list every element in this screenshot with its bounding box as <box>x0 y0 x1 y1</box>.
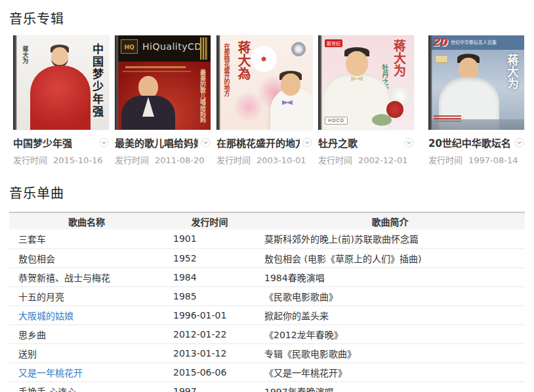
album-cover-art[interactable]: 世纪中华歌坛名人百集 20 蒋大为 <box>428 35 524 130</box>
hiqualitycd-label: HiQualityCD <box>142 41 202 52</box>
song-intro: 莫斯科郊外的晚上(前)苏联歌曲怀念篇 <box>255 229 525 248</box>
song-date: 1996-01-01 <box>164 305 255 324</box>
cover-person-face <box>281 73 300 96</box>
cover-red-jacket <box>30 66 91 130</box>
release-date-value: 2015-10-16 <box>53 155 103 165</box>
blossom-graphic <box>251 46 277 72</box>
song-date: 1997 <box>164 382 255 392</box>
release-date-value: 2002-12-01 <box>358 155 408 165</box>
album-cover-art[interactable]: HQ HiQualityCD 最美的歌儿唱给妈妈 <box>115 35 211 130</box>
gold-text-line <box>125 66 186 68</box>
release-date-label: 发行时间 <box>216 155 251 165</box>
column-header-release-date: 发行时间 <box>164 212 255 229</box>
album-title[interactable]: 中国梦少年强 <box>13 136 72 149</box>
song-intro: 《又是一年桃花开》 <box>255 363 525 382</box>
gold-sticker <box>435 55 448 63</box>
album-cover-art[interactable]: 蒋大为 中国梦少年强 <box>13 35 109 130</box>
record-label-logo: 新世纪 <box>325 39 342 47</box>
album-title[interactable]: 在那桃花盛开的地方 <box>216 136 300 149</box>
song-intro: 1984春晚演唱 <box>255 267 525 286</box>
hdcd-logo: HDCD <box>325 117 348 125</box>
album-title[interactable]: 最美的歌儿唱给妈妈 <box>115 136 198 149</box>
album-title[interactable]: 牡丹之歌 <box>318 136 358 149</box>
albums-section-title: 音乐专辑 <box>9 9 525 28</box>
song-link[interactable]: 大阪城的姑娘 <box>18 311 73 321</box>
cover-side-title: 最美的歌儿唱给妈妈 <box>199 69 205 123</box>
cd-case-spine <box>428 35 432 130</box>
song-date: 1984 <box>164 267 255 286</box>
table-row: 手挽手 心连心 1997 1997年春晚演唱 <box>9 382 525 392</box>
album-card: 在那桃花盛开的地方 蒋大為 在那桃花盛开的地方 发行时间2003-10-01 <box>216 35 312 166</box>
gold-stripes <box>200 37 208 60</box>
song-name: 送别 <box>9 343 164 363</box>
cover-person-face <box>459 58 478 80</box>
release-date-label: 发行时间 <box>428 155 462 165</box>
chevron-down-icon[interactable] <box>302 138 312 147</box>
release-date-value: 1997-08-14 <box>468 155 518 165</box>
release-date-label: 发行时间 <box>115 155 149 165</box>
table-row: 送别 2013-01-12 专辑《民歌电影歌曲》 <box>9 343 525 363</box>
cover-side-title: 在那桃花盛开的地方 <box>223 43 229 96</box>
peony-graphic <box>386 101 403 118</box>
song-name: 敖包相会 <box>9 248 164 267</box>
album-release: 发行时间1997-08-14 <box>428 153 524 166</box>
table-row: 十五的月亮 1985 《民歌电影歌曲》 <box>9 286 525 305</box>
song-date: 2013-01-12 <box>164 343 255 363</box>
table-row: 敖包相会 1952 敖包相会 (电影《草原上的人们》插曲) <box>9 248 525 267</box>
red-text-lines <box>434 115 461 117</box>
album-release: 发行时间2011-08-20 <box>115 153 211 166</box>
chevron-down-icon[interactable] <box>514 138 524 147</box>
album-card: 蒋大为 中国梦少年强 中国梦少年强 发行时间2015-10-16 <box>13 35 109 166</box>
page: 音乐专辑 蒋大为 中国梦少年强 中国梦少年强 发行时间2015-10-16 <box>0 0 534 392</box>
release-date-label: 发行时间 <box>13 155 47 165</box>
singles-section-title: 音乐单曲 <box>9 183 525 202</box>
song-intro: 《2012龙年春晚》 <box>255 324 525 343</box>
twenty-logo: 20 <box>432 36 447 49</box>
chevron-down-icon[interactable] <box>99 138 109 147</box>
cd-badge-icon <box>291 42 306 56</box>
singles-table: 歌曲名称 发行时间 歌曲简介 三套车 1901 莫斯科郊外的晚上(前)苏联歌曲怀… <box>9 212 525 392</box>
song-date: 2015-06-06 <box>164 363 255 382</box>
album-cover-art[interactable]: 新世纪 蒋大为 牡丹之歌 HDCD <box>318 35 414 130</box>
table-row: 又是一年桃花开 2015-06-06 《又是一年桃花开》 <box>9 363 525 382</box>
table-row: 恭贺新禧、战士与梅花 1984 1984春晚演唱 <box>9 267 525 286</box>
hq-logo: HQ <box>121 39 138 54</box>
song-name: 思乡曲 <box>9 324 164 343</box>
album-cover-art[interactable]: 在那桃花盛开的地方 蒋大為 <box>216 35 312 130</box>
album-release: 发行时间2015-10-16 <box>13 153 109 166</box>
cover-person-face <box>51 47 68 67</box>
album-title[interactable]: 20世纪中华歌坛名... <box>428 136 512 149</box>
song-name: 恭贺新禧、战士与梅花 <box>9 267 164 286</box>
song-name: 三套车 <box>9 229 164 248</box>
chevron-down-icon[interactable] <box>404 138 414 147</box>
song-date: 1952 <box>164 248 255 267</box>
table-row: 大阪城的姑娘 1996-01-01 掀起你的盖头来 <box>9 305 525 324</box>
cover-person-face <box>346 51 368 76</box>
song-link[interactable]: 又是一年桃花开 <box>18 368 83 378</box>
release-date-value: 2011-08-20 <box>155 155 205 165</box>
table-header-row: 歌曲名称 发行时间 歌曲简介 <box>9 212 525 229</box>
column-header-song-intro: 歌曲简介 <box>255 212 525 229</box>
song-date: 1985 <box>164 286 255 305</box>
cover-artist-text: 蒋大为 <box>22 46 28 64</box>
song-name: 手挽手 心连心 <box>9 382 164 392</box>
table-row: 三套车 1901 莫斯科郊外的晚上(前)苏联歌曲怀念篇 <box>9 229 525 248</box>
great-wall-graphic <box>428 119 524 130</box>
cd-case-spine <box>318 35 322 130</box>
cover-artist-text: 蒋大为 <box>392 39 405 77</box>
song-intro: 敖包相会 (电影《草原上的人们》插曲) <box>255 248 525 267</box>
album-card: 新世纪 蒋大为 牡丹之歌 HDCD 牡丹之歌 发行时间2002-12-01 <box>318 35 414 166</box>
song-intro: 《民歌电影歌曲》 <box>255 286 525 305</box>
song-intro: 掀起你的盖头来 <box>255 305 525 324</box>
song-intro: 专辑《民歌电影歌曲》 <box>255 343 525 363</box>
release-date-label: 发行时间 <box>318 155 352 165</box>
cd-case-spine <box>115 35 119 130</box>
song-name: 十五的月亮 <box>9 286 164 305</box>
cover-calligraphy-text: 中国梦少年强 <box>91 43 102 118</box>
chevron-down-icon[interactable] <box>201 138 211 147</box>
song-date: 1901 <box>164 229 255 248</box>
song-date: 2012-01-22 <box>164 324 255 343</box>
album-card: 世纪中华歌坛名人百集 20 蒋大为 20世纪中华歌坛名... 发行时间1997-… <box>428 35 524 166</box>
album-card: HQ HiQualityCD 最美的歌儿唱给妈妈 最美的歌儿唱给妈妈 发行时间2… <box>115 35 211 166</box>
release-date-value: 2003-10-01 <box>257 155 306 165</box>
